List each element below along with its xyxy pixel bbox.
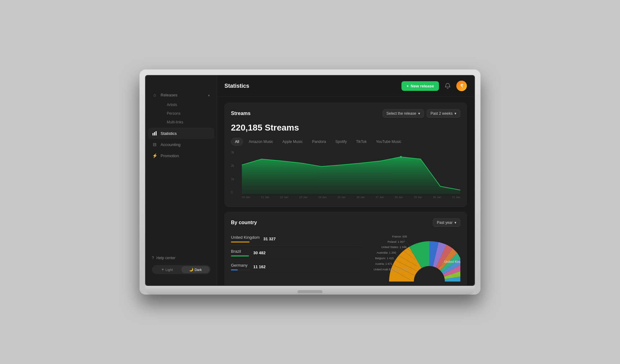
help-center-item[interactable]: ? Help center xyxy=(152,254,210,262)
header: Statistics + New release ₹ xyxy=(217,76,474,96)
platform-tab-amazon-music[interactable]: Amazon Music xyxy=(245,138,277,146)
country-brazil-bar xyxy=(231,255,250,256)
plus-icon: + xyxy=(406,84,409,88)
country-section: United Kingdom 31 327 xyxy=(231,232,460,285)
sidebar-item-promotion[interactable]: ⚡ Promotion xyxy=(146,150,217,161)
help-label: Help center xyxy=(157,256,175,260)
platform-tab-tiktok[interactable]: TikTok xyxy=(352,138,370,146)
theme-dark-option[interactable]: 🌙 Dark xyxy=(181,266,210,273)
sidebar-item-multilinks[interactable]: Multi-links xyxy=(161,118,217,127)
pie-label-us: United States: 1 046 xyxy=(381,246,407,249)
home-icon: ⌂ xyxy=(152,92,157,98)
select-release-dropdown[interactable]: Select the release ▾ xyxy=(383,109,424,118)
theme-light-option[interactable]: ☀ Light xyxy=(153,266,181,273)
sidebar-logo xyxy=(146,82,217,88)
country-card-controls: Past year ▾ xyxy=(433,218,460,227)
country-germany-bar xyxy=(231,269,250,270)
select-release-label: Select the release xyxy=(387,111,416,116)
country-period-dropdown[interactable]: Past year ▾ xyxy=(433,218,460,227)
country-card-header: By country Past year ▾ xyxy=(231,218,460,227)
streams-chart: 3k 2k 1k 0 xyxy=(231,151,460,200)
laptop-base xyxy=(145,286,475,295)
pie-label-france: France: 935 xyxy=(392,235,407,238)
theme-toggle[interactable]: ☀ Light 🌙 Dark xyxy=(152,265,210,274)
country-item-brazil: Brazil 30 482 xyxy=(231,246,361,260)
accounting-icon: ⊟ xyxy=(152,142,157,147)
sidebar-releases-section: ⌂ Releases ▲ Artists Persons Multi-links xyxy=(146,88,217,128)
streams-card: Streams Select the release ▾ Past 2 week… xyxy=(224,103,467,207)
platform-tab-youtube-music[interactable]: YouTube Music xyxy=(372,138,405,146)
pie-label-uk: United Kingdom xyxy=(444,260,460,264)
new-release-button[interactable]: + New release xyxy=(401,81,439,91)
notification-button[interactable] xyxy=(443,81,453,91)
pie-label-uae: United Arab Emirates: 1 766 xyxy=(374,268,409,271)
streams-count: 220,185 Streams xyxy=(231,123,460,133)
sidebar: ⌂ Releases ▲ Artists Persons Multi-links xyxy=(146,76,217,285)
laptop-screen: ⌂ Releases ▲ Artists Persons Multi-links xyxy=(145,75,475,286)
country-card-title: By country xyxy=(231,220,257,225)
platform-tab-apple-music[interactable]: Apple Music xyxy=(279,138,306,146)
sidebar-item-persons[interactable]: Persons xyxy=(161,109,217,118)
promotion-label: Promotion xyxy=(161,153,210,158)
country-germany-bar-fill xyxy=(231,269,238,270)
page-title: Statistics xyxy=(224,83,249,89)
laptop-notch xyxy=(298,290,322,293)
country-item-germany: Germany 11 162 xyxy=(231,260,361,274)
chevron-down-icon: ▾ xyxy=(418,111,420,116)
moon-icon: 🌙 xyxy=(189,268,193,272)
streams-card-header: Streams Select the release ▾ Past 2 week… xyxy=(231,109,460,118)
pie-label-belgium: Belgium: 1 415 xyxy=(375,257,394,260)
sidebar-releases-sub: Artists Persons Multi-links xyxy=(146,100,217,127)
accounting-label: Accounting xyxy=(161,142,210,147)
country-brazil-name: Brazil xyxy=(231,249,250,254)
chevron-down-icon-2: ▾ xyxy=(454,111,456,116)
country-item-uk: United Kingdom 31 327 xyxy=(231,232,361,246)
sun-icon: ☀ xyxy=(161,268,164,272)
country-list: United Kingdom 31 327 xyxy=(231,232,361,285)
sidebar-bottom: ? Help center ☀ Light 🌙 Dark xyxy=(146,249,217,279)
streams-card-title: Streams xyxy=(231,111,250,116)
pie-chart-container: France: 935 Poland: 1 007 United States:… xyxy=(367,232,460,285)
platform-tab-pandora[interactable]: Pandora xyxy=(308,138,330,146)
avatar[interactable]: ₹ xyxy=(456,81,467,91)
country-card: By country Past year ▾ xyxy=(224,212,467,285)
sidebar-item-artists[interactable]: Artists xyxy=(161,100,217,109)
pie-label-poland: Poland: 1 007 xyxy=(388,240,405,243)
country-uk-bar-fill xyxy=(231,242,250,242)
header-actions: + New release ₹ xyxy=(401,81,467,91)
country-germany-data: Germany xyxy=(231,263,250,270)
chart-svg-area xyxy=(242,151,460,194)
pie-label-austria: Austria: 1 671 xyxy=(375,262,392,265)
pie-label-australia: Australia: 1 200 xyxy=(377,251,396,254)
sidebar-item-releases[interactable]: ⌂ Releases ▲ xyxy=(146,89,217,100)
app-container: ⌂ Releases ▲ Artists Persons Multi-links xyxy=(146,76,474,285)
sidebar-item-accounting[interactable]: ⊟ Accounting xyxy=(146,139,217,150)
help-icon: ? xyxy=(152,256,154,260)
releases-label: Releases xyxy=(161,93,204,97)
chart-y-labels: 3k 2k 1k 0 xyxy=(231,151,240,194)
theme-light-label: Light xyxy=(166,268,173,272)
country-period-label: Past year xyxy=(437,220,453,225)
chevron-up-icon: ▲ xyxy=(207,93,210,97)
statistics-label: Statistics xyxy=(161,131,210,136)
country-uk-bar xyxy=(231,242,250,242)
theme-dark-label: Dark xyxy=(195,268,202,272)
platform-tab-spotify[interactable]: Spotify xyxy=(332,138,351,146)
bar-chart-icon xyxy=(152,131,157,136)
country-brazil-data: Brazil xyxy=(231,249,250,256)
chevron-down-icon-3: ▾ xyxy=(454,220,456,225)
svg-rect-2 xyxy=(156,131,157,135)
content-area: Streams Select the release ▾ Past 2 week… xyxy=(217,96,474,285)
period-label: Past 2 weeks xyxy=(431,111,453,116)
svg-rect-1 xyxy=(154,132,155,135)
streams-card-controls: Select the release ▾ Past 2 weeks ▾ xyxy=(383,109,460,118)
platform-tab-all[interactable]: All xyxy=(231,138,243,146)
country-brazil-bar-fill xyxy=(231,255,249,256)
period-dropdown[interactable]: Past 2 weeks ▾ xyxy=(427,109,460,118)
chart-x-labels: 20 Jan 21 Jan 22 Jan 23 Jan 24 Jan 25 Ja… xyxy=(242,194,460,200)
svg-point-7 xyxy=(400,156,402,158)
country-germany-value: 11 162 xyxy=(253,264,266,269)
sidebar-item-statistics[interactable]: Statistics xyxy=(148,128,214,139)
laptop-frame: ⌂ Releases ▲ Artists Persons Multi-links xyxy=(140,69,480,295)
country-uk-data: United Kingdom xyxy=(231,235,260,242)
